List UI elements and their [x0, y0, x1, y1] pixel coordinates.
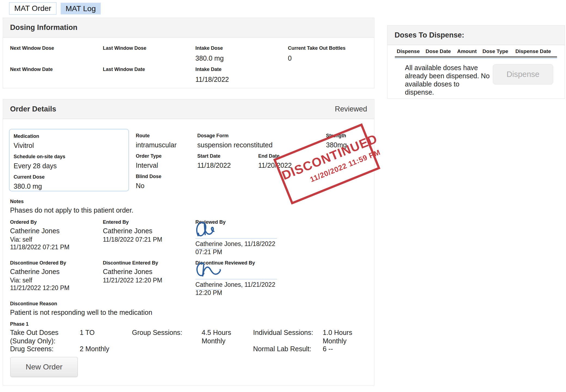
- group-sessions-label: Group Sessions:: [132, 328, 182, 337]
- dosing-information-title: Dosing Information: [10, 23, 77, 32]
- discontinue-reason-value: Patient is not responding well to the me…: [10, 308, 152, 317]
- col-header-dose-date: Dose Date: [426, 48, 451, 54]
- order-type-value: Interval: [136, 161, 158, 170]
- start-date-label: Start Date: [197, 153, 220, 159]
- dispense-button[interactable]: Dispense: [493, 64, 553, 85]
- medication-box: Medication Vivitrol Schedule on-site day…: [9, 129, 129, 191]
- discontinue-ordered-by-label: Discontinue Ordered By: [10, 260, 66, 266]
- mat-order-screen: MAT Order MAT Log Dosing Information Nex…: [0, 0, 566, 392]
- current-take-out-bottles-label: Current Take Out Bottles: [288, 45, 346, 51]
- normal-lab-result-label: Normal Lab Result:: [253, 345, 311, 353]
- discontinue-reviewed-by-signed-text: Catherine Jones, 11/21/2022 12:20 PM: [195, 281, 278, 297]
- table-header-divider: [395, 57, 557, 59]
- notes-value: Phases do not apply to this patient orde…: [10, 206, 133, 214]
- notes-label: Notes: [10, 198, 24, 204]
- last-window-date-label: Last Window Date: [103, 66, 145, 72]
- intake-date-value: 11/18/2022: [195, 75, 229, 84]
- no-doses-message: All available doses have already been di…: [405, 64, 490, 96]
- col-header-dispense: Dispense: [397, 48, 420, 54]
- group-sessions-value: 4.5 Hours Monthly: [202, 328, 240, 345]
- order-details-title: Order Details: [10, 105, 56, 113]
- dosing-information-panel: Dosing Information Next Window Dose Last…: [3, 18, 374, 88]
- tab-mat-log-label: MAT Log: [66, 4, 96, 13]
- order-type-label: Order Type: [136, 153, 162, 159]
- dispense-button-label: Dispense: [507, 70, 540, 79]
- schedule-on-site-days-value: Every 28 days: [14, 162, 57, 170]
- drug-screens-value: 2 Monthly: [80, 345, 109, 353]
- medication-label: Medication: [14, 133, 39, 139]
- start-date-value: 11/18/2022: [197, 161, 231, 170]
- doses-to-dispense-title: Doses To Dispense:: [395, 31, 464, 39]
- drug-screens-label: Drug Screens:: [10, 345, 54, 353]
- entered-by-label: Entered By: [103, 219, 129, 225]
- discontinue-entered-by-name: Catherine Jones: [103, 267, 152, 276]
- schedule-on-site-days-label: Schedule on-site days: [14, 154, 65, 160]
- doses-to-dispense-header: Doses To Dispense:: [387, 26, 565, 45]
- next-window-dose-label: Next Window Dose: [10, 45, 54, 51]
- reviewed-by-signature: [195, 220, 242, 237]
- reviewed-by-signature-line: [195, 238, 277, 239]
- order-details-panel: Order Details Reviewed Medication Vivitr…: [3, 99, 374, 385]
- doses-to-dispense-panel: Doses To Dispense: Dispense Dose Date Am…: [387, 25, 565, 99]
- discontinue-reviewed-by-signature: [195, 261, 242, 278]
- intake-dose-label: Intake Dose: [195, 45, 223, 51]
- individual-sessions-value: 1.0 Hours Monthly: [323, 328, 361, 345]
- take-out-doses-value: 1 TO: [80, 328, 95, 337]
- order-details-header: Order Details Reviewed: [3, 99, 374, 119]
- col-header-amount: Amount: [457, 48, 477, 54]
- col-header-dispense-date: Dispense Date: [515, 48, 551, 54]
- ordered-by-label: Ordered By: [10, 219, 37, 225]
- intake-dose-value: 380.0 mg: [195, 54, 224, 63]
- dosing-information-header: Dosing Information: [3, 18, 374, 38]
- discontinue-ordered-by-name: Catherine Jones: [10, 267, 60, 276]
- discontinue-entered-by-label: Discontinue Entered By: [103, 260, 158, 266]
- ordered-by-via: Via: self: [10, 236, 32, 244]
- new-order-button[interactable]: New Order: [10, 357, 78, 377]
- tab-mat-order-label: MAT Order: [14, 4, 51, 13]
- discontinue-reviewed-by-name-underline: [195, 289, 222, 290]
- current-dose-value: 380.0 mg: [14, 182, 42, 191]
- entered-by-name: Catherine Jones: [103, 227, 152, 235]
- tab-mat-order[interactable]: MAT Order: [9, 2, 57, 15]
- new-order-button-label: New Order: [26, 363, 62, 371]
- ordered-by-name: Catherine Jones: [10, 227, 60, 235]
- entered-by-datetime: 11/18/2022 07:21 PM: [103, 236, 162, 244]
- discontinue-ordered-by-via: Via: self: [10, 276, 32, 284]
- phase-1-label: Phase 1: [10, 321, 29, 327]
- col-header-dose-type: Dose Type: [482, 48, 508, 54]
- normal-lab-result-value: 6 --: [323, 345, 333, 353]
- discontinue-entered-by-datetime: 11/21/2022 12:20 PM: [103, 276, 162, 284]
- last-window-dose-label: Last Window Dose: [103, 45, 146, 51]
- dosage-form-label: Dosage Form: [197, 133, 229, 139]
- reviewed-by-name-underline: [195, 248, 222, 249]
- individual-sessions-label: Individual Sessions:: [253, 328, 313, 337]
- take-out-doses-label: Take Out Doses (Sunday Only):: [10, 328, 81, 345]
- discontinue-ordered-by-datetime: 11/21/2022 12:20 PM: [10, 284, 69, 292]
- route-label: Route: [136, 133, 150, 139]
- tab-mat-log[interactable]: MAT Log: [61, 3, 101, 14]
- route-value: intramuscular: [136, 141, 177, 149]
- order-status-badge: Reviewed: [335, 105, 367, 113]
- medication-value: Vivitrol: [14, 141, 34, 150]
- blind-dose-value: No: [136, 182, 144, 190]
- current-dose-label: Current Dose: [14, 174, 45, 180]
- ordered-by-datetime: 11/18/2022 07:21 PM: [10, 243, 69, 251]
- discontinue-reviewed-by-signature-line: [195, 279, 277, 279]
- dosage-form-value: suspension reconstituted: [197, 141, 273, 149]
- blind-dose-label: Blind Dose: [136, 173, 161, 179]
- discontinue-reason-label: Discontinue Reason: [10, 301, 57, 307]
- current-take-out-bottles-value: 0: [288, 54, 292, 63]
- reviewed-by-signed-text: Catherine Jones, 11/18/2022 07:21 PM: [195, 240, 278, 256]
- next-window-date-label: Next Window Date: [10, 66, 53, 72]
- intake-date-label: Intake Date: [195, 66, 222, 72]
